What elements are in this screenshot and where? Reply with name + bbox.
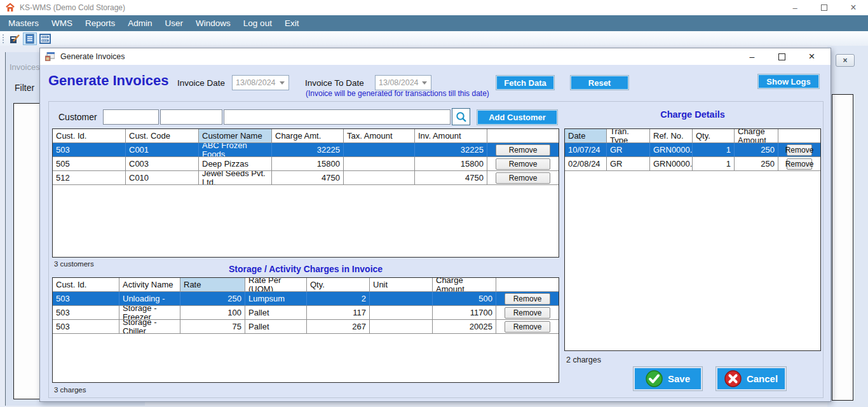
customer-name-input[interactable] bbox=[224, 109, 451, 125]
col-header[interactable]: Inv. Amount bbox=[415, 129, 487, 143]
invoice-to-date-combobox[interactable]: 13/08/2024 bbox=[375, 75, 431, 90]
table-row[interactable]: 505 C003 Deep Pizzas 15800 15800 Remove bbox=[53, 157, 559, 171]
remove-customer-button[interactable]: Remove bbox=[496, 158, 550, 170]
col-header[interactable]: Activity Name bbox=[119, 278, 180, 292]
dialog-maximize-icon[interactable] bbox=[767, 48, 797, 65]
add-customer-button[interactable]: Add Customer bbox=[477, 109, 558, 125]
cell: 117 bbox=[307, 306, 370, 320]
restore-icon[interactable] bbox=[810, 0, 839, 15]
remove-charge-button[interactable]: Remove bbox=[505, 321, 550, 333]
menu-masters[interactable]: Masters bbox=[2, 15, 45, 31]
col-header[interactable]: Qty. bbox=[693, 129, 735, 143]
cancel-button[interactable]: Cancel bbox=[715, 366, 787, 391]
table-row[interactable]: 02/08/24 GR GRN0000... 1 250 Remove bbox=[565, 157, 820, 171]
col-header[interactable]: Rate Per (UOM) bbox=[245, 278, 307, 292]
search-button[interactable] bbox=[452, 108, 470, 125]
cell: 267 bbox=[307, 320, 370, 334]
col-header[interactable]: Cust. Id. bbox=[53, 278, 119, 292]
cell: 10/07/24 bbox=[565, 143, 607, 157]
col-header[interactable]: Charge Amt. bbox=[272, 129, 344, 143]
edit-report-icon[interactable] bbox=[8, 32, 22, 45]
col-header[interactable]: Ref. No. bbox=[650, 129, 693, 143]
document-icon[interactable] bbox=[23, 32, 37, 45]
cell: GRN0000... bbox=[650, 143, 693, 157]
customer-label: Customer bbox=[58, 112, 97, 122]
table-row[interactable]: 503 C001 ABC Frozen Foods 32225 32225 Re… bbox=[53, 143, 559, 157]
remove-charge-button[interactable]: Remove bbox=[505, 293, 550, 305]
menu-windows[interactable]: Windows bbox=[189, 15, 237, 31]
menu-bar: Masters WMS Reports Admin User Windows L… bbox=[0, 15, 868, 31]
chevron-down-icon bbox=[280, 81, 285, 85]
close-icon[interactable]: × bbox=[839, 0, 868, 15]
remove-customer-button[interactable]: Remove bbox=[496, 144, 550, 156]
cell: 4750 bbox=[272, 171, 344, 185]
invoice-note: (Invoice will be generated for transacti… bbox=[306, 89, 489, 98]
menu-wms[interactable]: WMS bbox=[45, 15, 79, 31]
reset-button[interactable]: Reset bbox=[570, 75, 629, 90]
table-row[interactable]: 10/07/24 GR GRN0000... 1 250 Remove bbox=[565, 143, 820, 157]
table-row[interactable]: 512 C010 Jewel Seeds Pvt. Ltd. 4750 4750… bbox=[53, 171, 559, 185]
cell: 250 bbox=[735, 143, 778, 157]
col-header[interactable]: Charge Amount bbox=[735, 129, 778, 143]
invoice-date-combobox[interactable]: 13/08/2024 bbox=[232, 75, 289, 90]
mdi-child-close-icon[interactable]: × bbox=[836, 54, 855, 67]
menu-reports[interactable]: Reports bbox=[79, 15, 121, 31]
details-count: 2 charges bbox=[566, 355, 601, 364]
invoice-date-value: 13/08/2024 bbox=[236, 78, 276, 87]
menu-user[interactable]: User bbox=[159, 15, 190, 31]
invoices-tab[interactable]: Invoices bbox=[10, 62, 40, 72]
col-header[interactable]: Qty. bbox=[307, 278, 370, 292]
cell: Deep Pizzas bbox=[199, 157, 272, 171]
col-header[interactable]: Unit bbox=[370, 278, 433, 292]
col-header[interactable]: Charge Amount bbox=[433, 278, 496, 292]
col-header[interactable] bbox=[778, 129, 820, 143]
invoice-to-date-label: Invoice To Date bbox=[305, 78, 364, 88]
col-header[interactable]: Cust. Code bbox=[126, 129, 199, 143]
abacus-icon[interactable] bbox=[38, 32, 52, 45]
col-header[interactable]: Tax. Amount bbox=[344, 129, 415, 143]
background-window-right-edge: × bbox=[827, 46, 868, 407]
show-logs-button[interactable]: Show Logs bbox=[757, 74, 820, 89]
customers-grid: Cust. Id. Cust. Code Customer Name Charg… bbox=[52, 128, 559, 258]
cell: 2 bbox=[307, 292, 370, 306]
remove-detail-button[interactable]: Remove bbox=[787, 158, 812, 170]
fetch-data-button[interactable]: Fetch Data bbox=[496, 75, 555, 90]
cell: 75 bbox=[180, 320, 245, 334]
col-header[interactable] bbox=[487, 129, 559, 143]
remove-detail-button[interactable]: Remove bbox=[787, 144, 812, 156]
dialog-minimize-icon[interactable]: – bbox=[737, 48, 767, 65]
col-header[interactable]: Rate bbox=[180, 278, 245, 292]
cell: 250 bbox=[735, 157, 778, 171]
menu-exit[interactable]: Exit bbox=[278, 15, 306, 31]
remove-charge-button[interactable]: Remove bbox=[505, 307, 550, 319]
charge-details-title: Charge Details bbox=[564, 109, 821, 120]
col-header[interactable]: Customer Name bbox=[199, 129, 272, 143]
dialog-close-icon[interactable]: × bbox=[797, 48, 827, 65]
table-row[interactable]: 503 Storage - Chiller 75 Pallet 267 2002… bbox=[53, 320, 559, 334]
dialog-titlebar: Generate Invoices – × bbox=[40, 48, 831, 65]
cell: Unloading - bbox=[119, 292, 180, 306]
save-button[interactable]: Save bbox=[633, 366, 703, 391]
table-row[interactable]: 503 Storage - Freezer 100 Pallet 117 117… bbox=[53, 306, 559, 320]
customer-id-input[interactable] bbox=[103, 109, 159, 125]
cell: GRN0000... bbox=[650, 157, 693, 171]
col-header[interactable]: Tran. Type bbox=[607, 129, 650, 143]
cell: Lumpsum bbox=[245, 292, 307, 306]
cell: C003 bbox=[126, 157, 199, 171]
col-header[interactable] bbox=[496, 278, 559, 292]
cell: C010 bbox=[126, 171, 199, 185]
remove-customer-button[interactable]: Remove bbox=[496, 172, 550, 184]
charge-details-header: Date Tran. Type Ref. No. Qty. Charge Amo… bbox=[565, 129, 820, 143]
cell: 505 bbox=[53, 157, 126, 171]
customer-code-input[interactable] bbox=[160, 109, 222, 125]
cell: Storage - Freezer bbox=[119, 306, 180, 320]
charges-count: 3 charges bbox=[54, 386, 86, 394]
menu-logout[interactable]: Log out bbox=[237, 15, 278, 31]
col-header[interactable]: Cust. Id. bbox=[53, 129, 126, 143]
invoice-date-label: Invoice Date bbox=[177, 78, 225, 88]
menu-admin[interactable]: Admin bbox=[121, 15, 158, 31]
check-circle-icon bbox=[646, 370, 663, 387]
table-row[interactable]: 503 Unloading - 250 Lumpsum 2 500 Remove bbox=[53, 292, 559, 306]
col-header[interactable]: Date bbox=[565, 129, 607, 143]
minimize-icon[interactable]: – bbox=[780, 0, 810, 15]
